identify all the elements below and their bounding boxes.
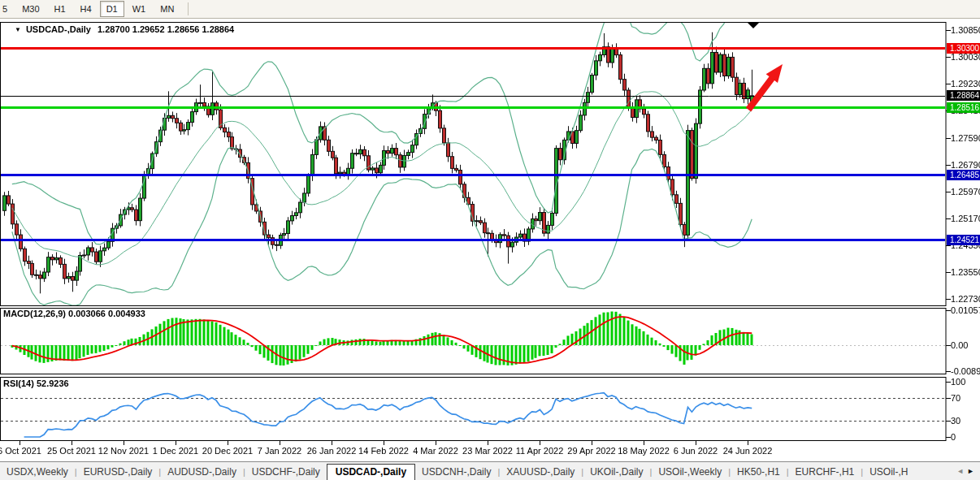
price-axis-label-1-23550: 1.23550 [951,267,980,277]
symbol-marker-icon: ▼ [15,26,21,33]
price-axis-label-1-25170: 1.25170 [951,214,980,223]
timeframe-button-mn[interactable]: MN [154,1,180,17]
rsi-axis-label-30: 30 [951,416,960,426]
timeframe-button-w1[interactable]: W1 [126,1,153,17]
price-label-box-1-28516: 1.28516 [947,102,980,113]
tab-usdchf-daily[interactable]: USDCHF-,Daily [245,464,327,480]
timeframe-toolbar: 5M30H1H4D1W1MN [0,0,980,19]
tab-scroll-right-icon[interactable]: ► [967,467,978,475]
tab-scroll-arrows: ◄► [953,467,978,475]
chart-tab-bar: USDX,Weekly|EURUSD-,Daily|AUDUSD-,Daily|… [0,461,980,480]
price-axis-label-1-25970: 1.25970 [951,187,980,197]
tab-usoil-weekly[interactable]: USOil-,Weekly [652,464,728,480]
price-axis-label-1-30850: 1.30850 [951,25,980,35]
tab-ukoil-daily[interactable]: UKOil-,Daily [583,464,649,480]
price-label-box-1-24521: 1.24521 [947,235,980,245]
rsi-axis-label-0: 0 [951,432,956,442]
tab-usdcad-daily[interactable]: USDCAD-,Daily [327,464,415,480]
timeframe-button-d1[interactable]: D1 [100,1,124,17]
tab-xauusd-daily[interactable]: XAUUSD-,Daily [500,464,581,480]
toolbar-separator [188,2,189,15]
macd-axis-label-0-00896: -0.00896 [951,366,980,376]
timeframe-button-m30[interactable]: M30 [15,1,46,17]
price-label-box-1-28864: 1.28864 [947,90,980,101]
tab-usdcnh-daily[interactable]: USDCNH-,Daily [415,464,497,480]
rsi-label: RSI(14) 52.9236 [3,378,69,388]
timeframe-button-5[interactable]: 5 [0,1,14,17]
rsi-axis-label-70: 70 [951,393,960,403]
price-axis-label-1-22730: 1.22730 [951,294,980,304]
tab-eurchf-h1[interactable]: EURCHF-,H1 [789,464,861,480]
price-axis-label-1-26790: 1.26790 [951,160,980,170]
rsi-axis-label-100: 100 [951,377,965,387]
chart-canvas[interactable] [0,0,980,461]
price-label-box-1-26485: 1.26485 [947,170,980,180]
tab-hk50-h1[interactable]: HK50-,H1 [731,464,787,480]
tab-usdx-weekly[interactable]: USDX,Weekly [0,464,75,480]
price-axis-label-1-29230: 1.29230 [951,79,980,89]
macd-axis-label-0-00: 0.00 [951,340,968,350]
tab-usoil-h[interactable]: USOil-,H [863,464,914,480]
chart-title-row: ▼USDCAD-,Daily1.28700 1.29652 1.28656 1.… [15,24,234,34]
tab-scroll-left-icon[interactable]: ◄ [956,467,967,475]
mt4-window: 5M30H1H4D1W1MN ▼USDCAD-,Daily1.28700 1.2… [0,0,980,480]
tab-audusd-daily[interactable]: AUDUSD-,Daily [161,464,243,480]
macd-label: MACD(12,26,9) 0.003066 0.004933 [3,309,145,318]
tab-eurusd-daily[interactable]: EURUSD-,Daily [77,464,159,480]
date-axis-label-24-jun-2022: 24 Jun 2022 [713,446,782,456]
macd-axis-label-0-010578: 0.010578 [951,305,980,315]
price-label-box-1-30300: 1.30300 [947,43,980,54]
price-axis-label-1-27590: 1.27590 [951,133,980,143]
chart-ohlc-values: 1.28700 1.29652 1.28656 1.28864 [98,24,234,34]
timeframe-button-h4[interactable]: H4 [74,1,98,17]
timeframe-button-h1[interactable]: H1 [48,1,72,17]
chart-title: USDCAD-,Daily [26,24,91,34]
